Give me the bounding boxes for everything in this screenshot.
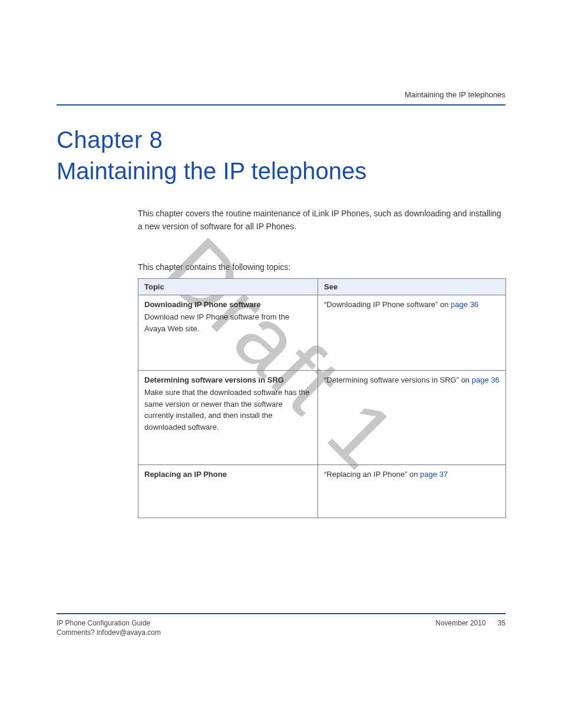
footer-comments[interactable]: Comments? infodev@avaya.com — [57, 628, 161, 637]
table-header-row: Topic See — [138, 279, 506, 295]
topic-title: Downloading IP Phone software — [144, 300, 312, 309]
table-row: Downloading IP Phone software Download n… — [138, 295, 506, 371]
col-header-see: See — [318, 279, 506, 295]
see-cell: “Downloading IP Phone software” on page … — [318, 295, 506, 371]
footer-page-number: 35 — [498, 619, 505, 627]
intro-paragraph: This chapter covers the routine maintena… — [138, 207, 505, 233]
running-head: Maintaining the IP telephones — [405, 90, 505, 99]
see-text: “Determining software versions in SRG” o… — [324, 375, 472, 384]
topic-body: Download new IP Phone software from the … — [144, 311, 312, 334]
page-link[interactable]: page 37 — [420, 470, 448, 479]
footer-date: November 2010 — [435, 619, 485, 627]
see-cell: “Determining software versions in SRG” o… — [318, 371, 506, 465]
topic-cell: Downloading IP Phone software Download n… — [138, 295, 318, 371]
topics-table: Topic See Downloading IP Phone software … — [138, 278, 505, 518]
topic-title: Replacing an IP Phone — [144, 470, 312, 479]
table-row: Replacing an IP Phone “Replacing an IP P… — [138, 465, 506, 518]
see-text: “Downloading IP Phone software” on — [324, 300, 451, 309]
bottom-rule — [57, 613, 505, 614]
page-link[interactable]: page 36 — [472, 375, 500, 384]
top-rule — [57, 104, 505, 106]
chapter-title: Maintaining the IP telephones — [57, 158, 366, 185]
see-cell: “Replacing an IP Phone” on page 37 — [318, 465, 506, 518]
topic-title: Determining software versions in SRG — [144, 375, 312, 384]
topic-cell: Replacing an IP Phone — [138, 465, 318, 518]
see-text: “Replacing an IP Phone” on — [324, 470, 420, 479]
topic-cell: Determining software versions in SRG Mak… — [138, 371, 318, 465]
footer: IP Phone Configuration Guide November 20… — [57, 619, 505, 637]
page-link[interactable]: page 36 — [451, 300, 478, 309]
footer-doc-title: IP Phone Configuration Guide — [57, 619, 150, 627]
chapter-label: Chapter 8 — [57, 127, 163, 153]
col-header-topic: Topic — [138, 279, 318, 295]
table-row: Determining software versions in SRG Mak… — [138, 371, 506, 465]
topic-body: Make sure that the downloaded software h… — [144, 387, 312, 433]
